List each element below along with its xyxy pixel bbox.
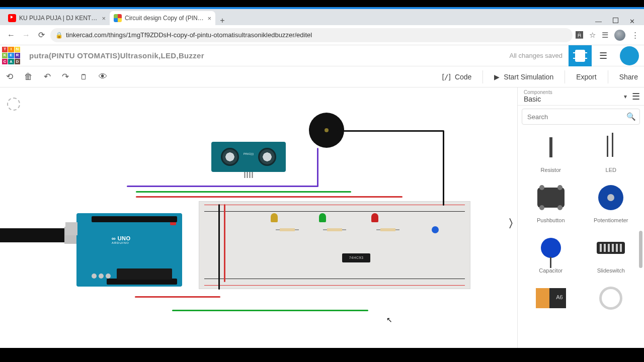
wire[interactable] [136, 191, 351, 193]
tab-title: Circuit design Copy of (PINTU O [125, 15, 204, 22]
search-icon: 🔍 [626, 112, 636, 121]
visibility-icon[interactable]: 👁 [99, 72, 107, 82]
component-resistor[interactable]: Resistor [521, 128, 581, 175]
list-view-icon[interactable]: ☰ [632, 91, 640, 102]
sensor-label: PING))) [211, 152, 286, 155]
components-category: Basic [524, 95, 624, 103]
led-yellow[interactable] [271, 213, 278, 222]
tab-title: KU PUJA PUJA | DJ KENTRUNG | [19, 15, 99, 22]
user-avatar-icon[interactable] [620, 46, 639, 65]
wire[interactable] [127, 186, 318, 187]
kebab-menu-icon[interactable]: ⋮ [631, 31, 639, 40]
translate-icon[interactable]: 🅰 [576, 31, 583, 39]
components-panel: Components Basic ▾ ☰ 🔍 Resistor LED Push… [517, 87, 644, 348]
tinkercad-logo[interactable]: TIN KER CAD [0, 45, 22, 66]
code-icon: [/] [441, 73, 451, 81]
play-icon: ▶ [494, 73, 500, 81]
resistor-icon [531, 130, 571, 165]
wire[interactable] [443, 130, 444, 206]
wire[interactable] [218, 204, 220, 290]
resistor[interactable] [380, 228, 395, 231]
close-icon[interactable]: × [207, 15, 211, 22]
browser-toolbar: ← → ⟳ 🔒 tinkercad.com/things/1mgTf9ZDDsH… [0, 25, 644, 45]
component-capacitor[interactable]: Capacitor [521, 228, 581, 276]
slideswitch-icon [591, 230, 631, 265]
capacitor[interactable] [432, 226, 439, 233]
reload-icon[interactable]: ⟳ [35, 30, 47, 40]
component-led[interactable]: LED [581, 128, 641, 175]
components-heading: Components [524, 89, 624, 95]
potentiometer-icon [591, 180, 631, 215]
close-icon[interactable]: × [102, 15, 106, 22]
coin-cell-icon [591, 281, 631, 316]
microcontroller-chip [117, 268, 172, 280]
components-search[interactable]: 🔍 [522, 109, 640, 125]
code-button[interactable]: [/] Code [441, 69, 472, 84]
bookmark-icon[interactable]: ☆ [589, 31, 596, 40]
mouse-cursor-icon: ↖ [386, 316, 392, 324]
resistor[interactable] [280, 228, 295, 231]
circuits-mode-button[interactable] [569, 45, 592, 66]
browser-tab-youtube[interactable]: KU PUJA PUJA | DJ KENTRUNG | × [4, 11, 110, 25]
browser-tab-tinkercad[interactable]: Circuit design Copy of (PINTU O × [110, 11, 215, 25]
forward-icon[interactable]: → [20, 31, 32, 40]
ultrasonic-sensor[interactable]: PING))) [211, 142, 286, 172]
letterbox-top [0, 0, 644, 7]
components-grid: Resistor LED Pushbutton Potentiometer Ca… [518, 128, 644, 348]
led-red[interactable] [371, 213, 378, 222]
components-category-select[interactable]: Components Basic [524, 89, 624, 103]
wire[interactable] [136, 196, 403, 198]
component-battery[interactable]: 9V Battery [521, 279, 581, 326]
scrollbar-thumb[interactable] [639, 231, 642, 268]
delete-icon[interactable]: 🗑 [24, 72, 33, 82]
share-button[interactable]: Share [619, 69, 638, 84]
arduino-uno-board[interactable]: ∞ UNO ARDUINO [76, 213, 182, 287]
rotate-icon[interactable]: ⟲ [6, 71, 13, 82]
new-tab-button[interactable]: + [215, 16, 229, 25]
capacitor-icon [531, 230, 571, 265]
component-pushbutton[interactable]: Pushbutton [521, 178, 581, 225]
wire[interactable] [337, 130, 444, 132]
led-icon [591, 130, 631, 165]
notes-icon[interactable]: 🗒 [80, 72, 88, 81]
component-slideswitch[interactable]: Slideswitch [581, 228, 641, 276]
undo-icon[interactable]: ↶ [44, 71, 51, 82]
zoom-to-fit-icon[interactable] [7, 98, 20, 111]
code-label: Code [455, 73, 471, 81]
separator [482, 70, 483, 83]
maximize-icon[interactable] [613, 18, 618, 23]
ic-74hc93[interactable]: 74HC93 [342, 253, 370, 262]
wire[interactable] [317, 148, 318, 187]
wire[interactable] [135, 296, 220, 298]
reading-list-icon[interactable]: ☰ [602, 31, 608, 40]
youtube-icon [8, 14, 16, 22]
back-icon[interactable]: ← [5, 31, 17, 40]
simulate-label: Start Simulation [504, 73, 553, 81]
address-bar[interactable]: 🔒 tinkercad.com/things/1mgTf9ZDDsH-copy-… [50, 28, 573, 42]
minimize-icon[interactable]: — [595, 18, 602, 25]
component-potentiometer[interactable]: Potentiometer [581, 178, 641, 225]
pushbutton-icon [531, 180, 571, 215]
redo-icon[interactable]: ↷ [62, 71, 69, 82]
led-green[interactable] [319, 213, 326, 222]
wire[interactable] [224, 204, 225, 282]
chevron-down-icon[interactable]: ▾ [624, 93, 627, 100]
separator [608, 70, 608, 83]
wire[interactable] [172, 310, 368, 311]
close-window-icon[interactable]: ✕ [629, 18, 635, 25]
export-button[interactable]: Export [576, 69, 596, 84]
browser-tabstrip: KU PUJA PUJA | DJ KENTRUNG | × Circuit d… [0, 9, 644, 25]
usb-port-icon [65, 222, 77, 235]
search-input[interactable] [522, 109, 640, 125]
breadboard[interactable] [199, 201, 470, 289]
profile-avatar-icon[interactable] [614, 30, 625, 41]
start-simulation-button[interactable]: ▶ Start Simulation [494, 69, 553, 84]
url-text: tinkercad.com/things/1mgTf9ZDDsH-copy-of… [66, 31, 312, 39]
component-coin-cell[interactable]: Coin Cell 3V [581, 279, 641, 326]
save-status: All changes saved [509, 52, 562, 59]
resistor[interactable] [327, 228, 342, 231]
battery-icon [531, 281, 571, 316]
layers-button[interactable]: ☰ [592, 45, 615, 66]
editor-toolbar: ⟲ 🗑 ↶ ↷ 🗒 👁 [/] Code ▶ Start Simulation … [0, 66, 644, 87]
project-title[interactable]: putra(PINTU OTOMATIS)Ultrasonik,LED,Buzz… [29, 51, 204, 60]
